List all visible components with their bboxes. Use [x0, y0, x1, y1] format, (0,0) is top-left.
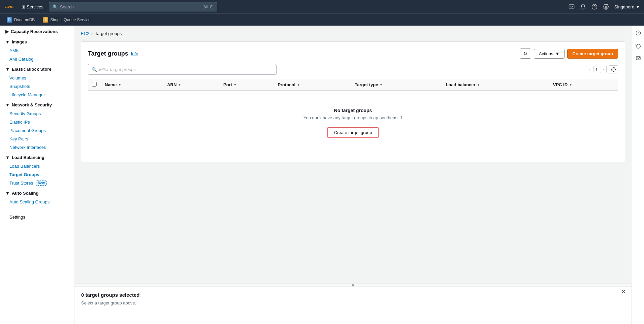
th-port[interactable]: Port ▼ — [219, 79, 273, 91]
auto-scaling-groups-label: Auto Scaling Groups — [9, 199, 50, 204]
sidebar-item-key-pairs[interactable]: Key Pairs — [0, 135, 74, 143]
cloud-icon-btn[interactable] — [569, 4, 575, 10]
bottom-panel-title: 0 target groups selected — [81, 292, 625, 298]
sidebar-item-placement-groups[interactable]: Placement Groups — [0, 126, 74, 135]
empty-state: No target groups You don't have any targ… — [92, 94, 614, 152]
th-load-balancer[interactable]: Load balancer ▼ — [442, 79, 549, 91]
pinned-bar: D DynamoDB S Simple Queue Service — [0, 13, 644, 26]
content-area: EC2 › Target groups Target groups Info — [74, 26, 644, 324]
trust-stores-badge: New — [36, 181, 47, 186]
table-body: No target groups You don't have any targ… — [88, 91, 618, 155]
volumes-label: Volumes — [9, 75, 26, 80]
th-arn[interactable]: ARN ▼ — [163, 79, 219, 91]
right-reload-btn[interactable] — [634, 41, 643, 51]
sidebar-item-volumes[interactable]: Volumes — [0, 74, 74, 82]
region-arrow: ▼ — [636, 4, 640, 9]
pinned-dynamodb[interactable]: D DynamoDB — [5, 17, 36, 23]
th-protocol[interactable]: Protocol ▼ — [273, 79, 351, 91]
refresh-button[interactable]: ↻ — [520, 48, 531, 59]
sidebar-capacity-reservations[interactable]: ▶ Capacity Reservations — [0, 26, 74, 36]
services-button[interactable]: ⊞ Services — [19, 3, 46, 11]
sidebar-settings[interactable]: Settings — [0, 212, 74, 222]
search-input[interactable] — [60, 4, 200, 9]
select-all-header[interactable] — [88, 79, 101, 91]
th-target-type[interactable]: Target type ▼ — [351, 79, 442, 91]
actions-arrow: ▼ — [555, 51, 559, 56]
settings-icon-btn[interactable] — [603, 4, 609, 10]
sidebar-network-header[interactable]: ▼ Network & Security — [0, 99, 74, 109]
ebs-label: Elastic Block Store — [12, 67, 52, 72]
sidebar-item-target-groups[interactable]: Target Groups — [0, 170, 74, 179]
select-all-checkbox[interactable] — [92, 82, 97, 87]
sidebar-auto-scaling-header[interactable]: ▼ Auto Scaling — [0, 187, 74, 198]
col-target-type-sort: ▼ — [379, 83, 383, 87]
empty-create-label: Create target group — [334, 130, 372, 135]
sidebar-divider — [0, 209, 74, 209]
snapshots-label: Snapshots — [9, 84, 30, 89]
filter-search-icon: 🔍 — [92, 67, 97, 72]
sidebar-item-auto-scaling-groups[interactable]: Auto Scaling Groups — [0, 198, 74, 206]
col-protocol-sort: ▼ — [297, 83, 300, 87]
sidebar-load-balancing-header[interactable]: ▼ Load Balancing — [0, 152, 74, 162]
bottom-panel-close-button[interactable]: ✕ — [621, 288, 626, 295]
sidebar-item-trust-stores[interactable]: Trust Stores New — [0, 179, 74, 187]
sidebar-item-network-interfaces[interactable]: Network Interfaces — [0, 143, 74, 152]
as-label: Auto Scaling — [12, 191, 38, 196]
sidebar-item-lifecycle[interactable]: Lifecycle Manager — [0, 91, 74, 99]
right-icons-panel — [632, 26, 644, 324]
sidebar-item-snapshots[interactable]: Snapshots — [0, 82, 74, 91]
target-groups-table: Name ▼ ARN ▼ — [88, 79, 618, 155]
prev-page-button[interactable]: ‹ — [587, 66, 593, 73]
sidebar-item-load-balancers[interactable]: Load Balancers — [0, 162, 74, 170]
aws-logo[interactable]: aws — [4, 3, 15, 10]
sidebar-images-header[interactable]: ▼ Images — [0, 36, 74, 46]
right-feedback-btn[interactable] — [634, 54, 643, 63]
th-vpc-id[interactable]: VPC ID ▼ — [549, 79, 618, 91]
search-bar: 🔍 [Alt+S] — [49, 2, 217, 11]
amis-label: AMIs — [9, 48, 20, 53]
lb-arrow: ▼ — [5, 155, 10, 160]
trust-stores-label: Trust Stores — [9, 181, 33, 186]
sidebar-item-amis[interactable]: AMIs — [0, 46, 74, 55]
svg-point-6 — [613, 69, 614, 70]
breadcrumb: EC2 › Target groups — [81, 31, 625, 36]
bell-icon-btn[interactable] — [580, 4, 586, 10]
network-interfaces-label: Network Interfaces — [9, 145, 46, 150]
help-icon-btn[interactable] — [591, 4, 598, 10]
resize-handle[interactable]: ≡ — [74, 284, 632, 287]
images-arrow: ▼ — [5, 39, 10, 44]
col-protocol-label: Protocol — [278, 82, 295, 87]
svg-rect-2 — [569, 5, 574, 8]
breadcrumb-ec2-link[interactable]: EC2 — [81, 31, 89, 36]
panel-header: Target groups Info ↻ Actions ▼ — [88, 48, 618, 59]
info-link[interactable]: Info — [131, 51, 138, 56]
right-notifications-btn[interactable] — [634, 28, 643, 38]
column-settings-button[interactable] — [609, 65, 618, 73]
breadcrumb-separator: › — [91, 31, 93, 36]
col-arn-label: ARN — [167, 82, 176, 87]
sidebar-ebs-header[interactable]: ▼ Elastic Block Store — [0, 63, 74, 74]
refresh-icon: ↻ — [523, 51, 527, 56]
actions-button[interactable]: Actions ▼ — [534, 49, 565, 59]
pinned-sqs[interactable]: S Simple Queue Service — [41, 17, 92, 23]
sidebar-item-ami-catalog[interactable]: AMI Catalog — [0, 55, 74, 63]
network-label: Network & Security — [12, 102, 52, 107]
col-target-type-label: Target type — [355, 82, 378, 87]
nav-icons: Singapore ▼ — [569, 4, 640, 10]
empty-description: You don't have any target groups in ap-s… — [99, 115, 607, 120]
page-number: 1 — [595, 67, 598, 72]
region-button[interactable]: Singapore ▼ — [614, 4, 640, 9]
empty-create-button[interactable]: Create target group — [327, 127, 379, 138]
bottom-panel-content: 0 target groups selected Select a target… — [74, 287, 632, 311]
sqs-icon: S — [43, 17, 48, 23]
sidebar-item-elastic-ips[interactable]: Elastic IPs — [0, 118, 74, 126]
region-label: Singapore — [614, 4, 634, 9]
sidebar-item-security-groups[interactable]: Security Groups — [0, 109, 74, 118]
filter-input[interactable] — [99, 67, 273, 72]
create-target-group-button[interactable]: Create target group — [567, 49, 618, 59]
actions-label: Actions — [539, 51, 553, 56]
th-name[interactable]: Name ▼ — [101, 79, 163, 91]
next-page-button[interactable]: › — [600, 66, 607, 73]
dynamodb-icon: D — [7, 17, 12, 23]
filter-input-wrap: 🔍 — [88, 64, 277, 75]
